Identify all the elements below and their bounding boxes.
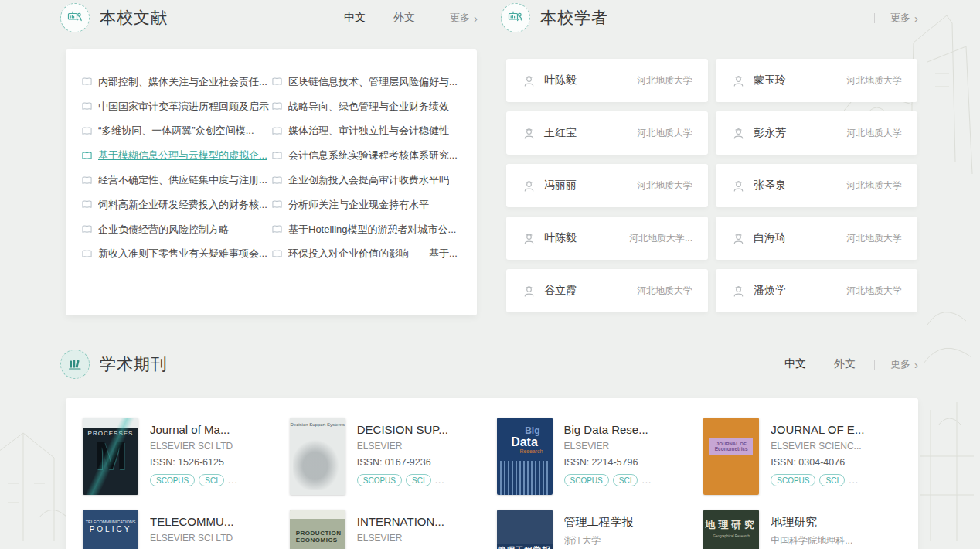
scholar-name: 叶陈毅 bbox=[544, 73, 577, 87]
journal-card[interactable]: PROCESSESM Journal of Ma... ELSEVIER SCI… bbox=[83, 418, 281, 503]
literature-item-title: 区块链信息技术、管理层风险偏好与... bbox=[288, 75, 458, 89]
literature-item-title: 分析师关注与企业现金持有水平 bbox=[288, 198, 429, 212]
literature-item-title: 基于Hotelling模型的游憩者对城市公... bbox=[288, 223, 456, 237]
literature-item-title: 会计信息系统实验课程考核体系研究... bbox=[288, 148, 458, 162]
scholar-affiliation: 河北地质大学... bbox=[629, 232, 692, 245]
open-book-icon bbox=[81, 224, 93, 234]
scholar-person-icon bbox=[731, 73, 746, 88]
journal-card[interactable]: 地理研究Geographical Research 地理研究 中国科学院地理科.… bbox=[703, 510, 901, 549]
journal-cover: PROCESSESM bbox=[83, 418, 138, 495]
journal-title: 地理研究 bbox=[771, 515, 852, 530]
journal-card[interactable]: TELECOMMUNICATIONSPOLICY TELECOMMU... EL… bbox=[83, 510, 281, 549]
scholar-affiliation: 河北地质大学 bbox=[846, 232, 902, 245]
scholar-card[interactable]: 白海琦河北地质大学 bbox=[716, 217, 917, 260]
literature-item[interactable]: 内部控制、媒体关注与企业社会责任... bbox=[81, 70, 271, 94]
journal-card[interactable]: 管理工程学报 管理工程学报 浙江大学 ISSN: 1004-6062 bbox=[497, 510, 695, 549]
literature-item[interactable]: 基于Hotelling模型的游憩者对城市公... bbox=[271, 217, 461, 242]
literature-item-title: 饲料高新企业研发经费投入的财务核... bbox=[98, 198, 267, 212]
journal-card[interactable]: Decision Support Systems DECISION SUP...… bbox=[290, 418, 488, 503]
journal-card[interactable]: BigDataResearch Big Data Rese... ELSEVIE… bbox=[497, 418, 695, 503]
literature-item[interactable]: 饲料高新企业研发经费投入的财务核... bbox=[81, 193, 271, 217]
literature-item[interactable]: 环保投入对企业价值的影响——基于... bbox=[271, 242, 461, 267]
journals-books-icon bbox=[60, 350, 90, 379]
literature-item[interactable]: 经营不确定性、供应链集中度与注册... bbox=[81, 168, 271, 193]
open-book-icon bbox=[81, 101, 93, 111]
scholar-card[interactable]: 谷立霞河北地质大学 bbox=[506, 269, 708, 312]
scholar-card[interactable]: 彭永芳河北地质大学 bbox=[716, 111, 917, 155]
literature-tab-foreign[interactable]: 外文 bbox=[393, 11, 415, 25]
scopus-badge: SCOPUS bbox=[771, 474, 815, 486]
journal-card[interactable]: PRODUCTIONECONOMICS INTERNATION... ELSEV… bbox=[290, 510, 488, 549]
journal-info: Big Data Rese... ELSEVIER ISSN: 2214-579… bbox=[564, 418, 652, 503]
literature-item[interactable]: 媒体治理、审计独立性与会计稳健性 bbox=[271, 119, 461, 144]
journals-tab-foreign[interactable]: 外文 bbox=[834, 357, 856, 371]
scholar-affiliation: 河北地质大学 bbox=[846, 127, 902, 140]
literature-item-title: 媒体治理、审计独立性与会计稳健性 bbox=[288, 124, 449, 138]
literature-item[interactable]: 战略导向、绿色管理与企业财务绩效 bbox=[271, 94, 461, 119]
scholar-card[interactable]: 冯丽丽河北地质大学 bbox=[506, 164, 708, 207]
literature-item[interactable]: “多维协同、一体两翼”众创空间模... bbox=[81, 119, 271, 144]
sci-badge: SCI bbox=[406, 474, 431, 486]
scholars-grid: 叶陈毅河北地质大学 蒙玉玲河北地质大学 王红宝河北地质大学 彭永芳河北地质大学 … bbox=[506, 59, 917, 312]
journal-title: Journal of Ma... bbox=[150, 423, 238, 436]
journal-publisher: ELSEVIER SCI LTD bbox=[150, 441, 238, 452]
badges-ellipsis: ... bbox=[228, 475, 238, 486]
scholar-name: 张圣泉 bbox=[754, 179, 786, 193]
journals-title: 学术期刊 bbox=[100, 353, 168, 375]
scholar-affiliation: 河北地质大学 bbox=[637, 127, 692, 140]
literature-item[interactable]: 分析师关注与企业现金持有水平 bbox=[271, 193, 461, 217]
scholar-name: 叶陈毅 bbox=[544, 231, 577, 245]
literature-item[interactable]: 区块链信息技术、管理层风险偏好与... bbox=[271, 70, 461, 94]
chevron-right-icon: › bbox=[914, 359, 918, 370]
scholar-person-icon bbox=[522, 284, 536, 298]
scholars-header-controls: 更多 › bbox=[856, 11, 918, 25]
scholar-affiliation: 河北地质大学 bbox=[637, 74, 692, 87]
literature-item[interactable]: 新收入准则下零售业有关疑难事项会... bbox=[81, 242, 271, 267]
journals-more-link[interactable]: 更多 › bbox=[890, 357, 918, 371]
literature-more-link[interactable]: 更多 › bbox=[450, 11, 478, 25]
background-sketch-bottom-left bbox=[0, 410, 70, 549]
journal-info: 地理研究 中国科学院地理科... ISSN: 1000-0585 bbox=[771, 510, 852, 549]
journal-info: Journal of Ma... ELSEVIER SCI LTD ISSN: … bbox=[150, 418, 238, 503]
scholar-card[interactable]: 张圣泉河北地质大学 bbox=[716, 164, 917, 207]
scholar-affiliation: 河北地质大学 bbox=[846, 74, 902, 87]
journal-publisher: ELSEVIER SCI LTD bbox=[150, 533, 233, 544]
open-book-icon bbox=[271, 199, 283, 210]
scholar-card[interactable]: 王红宝河北地质大学 bbox=[506, 111, 708, 155]
literature-item-highlighted[interactable]: 基于模糊信息公理与云模型的虚拟企... bbox=[81, 143, 271, 168]
journal-publisher: 浙江大学 bbox=[564, 534, 638, 547]
scholars-more-link[interactable]: 更多 › bbox=[890, 11, 918, 25]
header-divider bbox=[434, 13, 434, 23]
journal-cover: TELECOMMUNICATIONSPOLICY bbox=[83, 510, 138, 549]
scholars-title: 本校学者 bbox=[540, 7, 608, 29]
literature-item[interactable]: 企业负债经营的风险控制方略 bbox=[81, 217, 271, 242]
journal-info: INTERNATION... ELSEVIER ISSN: 0925-5273 bbox=[357, 510, 444, 549]
literature-item[interactable]: 企业创新投入会提高审计收费水平吗 bbox=[271, 168, 461, 193]
literature-item-title: 战略导向、绿色管理与企业财务绩效 bbox=[288, 100, 449, 114]
journal-publisher: ELSEVIER SCIENC... bbox=[771, 441, 864, 452]
journal-cover: BigDataResearch bbox=[497, 418, 553, 495]
scholar-person-icon bbox=[522, 73, 536, 88]
journal-card[interactable]: JOURNAL OFEconometrics JOURNAL OF E... E… bbox=[703, 418, 901, 503]
scholar-name: 潘焕学 bbox=[754, 284, 786, 298]
literature-item[interactable]: 中国国家审计变革演进历程回顾及启示 bbox=[81, 94, 271, 119]
literature-column-left: 内部控制、媒体关注与企业社会责任... 中国国家审计变革演进历程回顾及启示 “多… bbox=[81, 70, 271, 295]
open-book-icon bbox=[271, 224, 283, 234]
scholars-board-icon bbox=[501, 3, 530, 32]
scholar-name: 谷立霞 bbox=[544, 284, 577, 298]
open-book-icon bbox=[81, 77, 93, 87]
journal-badges: SCOPUSSCI... bbox=[357, 474, 448, 486]
scholar-card[interactable]: 潘焕学河北地质大学 bbox=[716, 269, 917, 312]
open-book-icon bbox=[271, 176, 283, 186]
literature-tab-chinese[interactable]: 中文 bbox=[344, 11, 366, 25]
journal-publisher: ELSEVIER bbox=[564, 441, 652, 452]
literature-item[interactable]: 会计信息系统实验课程考核体系研究... bbox=[271, 143, 461, 168]
scholar-card[interactable]: 叶陈毅河北地质大学 bbox=[506, 59, 708, 102]
journal-publisher: ELSEVIER bbox=[357, 441, 448, 452]
journal-issn: ISSN: 1526-6125 bbox=[150, 457, 238, 468]
background-sketch-bottom-right bbox=[920, 294, 980, 549]
academic-portal-page: 本校文献 中文 外文 更多 › 内部控制、媒体关注与企业社会责任... 中国国家… bbox=[0, 0, 980, 549]
journals-tab-chinese[interactable]: 中文 bbox=[784, 357, 806, 371]
scholar-card[interactable]: 叶陈毅河北地质大学... bbox=[506, 217, 708, 260]
scholar-card[interactable]: 蒙玉玲河北地质大学 bbox=[716, 59, 917, 102]
